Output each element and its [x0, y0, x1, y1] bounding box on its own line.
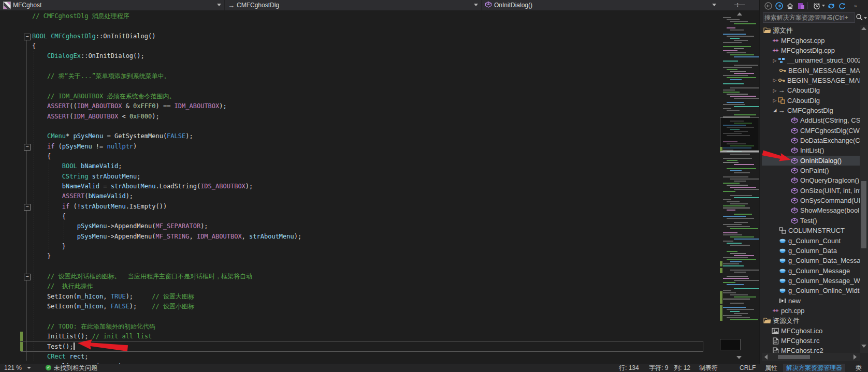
code-line[interactable]: CRect rect;	[32, 352, 88, 362]
tab-solution-explorer[interactable]: 解决方案资源管理器	[783, 364, 845, 372]
code-line[interactable]: if (pSysMenu != nullptr)	[32, 142, 137, 152]
pending-changes-filter-icon[interactable]	[812, 1, 821, 10]
code-line[interactable]: // 将“关于...”菜单项添加到系统菜单中。	[32, 71, 170, 81]
tree-item-test-[interactable]: Test()	[762, 216, 860, 226]
tree-item-g_column_data[interactable]: g_Column_Data	[762, 246, 860, 256]
health-check-icon[interactable]: ✓	[46, 365, 51, 370]
tree-item-caboutdlg[interactable]: ▷CAboutDlg	[762, 95, 860, 105]
tab-class-view[interactable]: 类视图	[852, 364, 868, 372]
tree-item-onquerydragicon-[interactable]: OnQueryDragIcon()	[762, 175, 860, 185]
collapse-minus-icon[interactable]: −	[24, 144, 31, 151]
tree-item-g_column_message_wi[interactable]: g_Column_Message_Wi	[762, 276, 860, 286]
eol-indicator[interactable]: CRLF	[740, 364, 756, 372]
tree-item-g_column_count[interactable]: g_Column_Count	[762, 235, 860, 245]
code-line[interactable]: bNameValid = strAboutMenu.LoadString(IDS…	[32, 182, 253, 191]
code-line[interactable]: {	[32, 152, 51, 161]
tabs-mode-indicator[interactable]: 制表符	[699, 364, 718, 372]
line-indicator[interactable]: 行: 134	[619, 364, 639, 372]
editor-minimap-scrollbar[interactable]: ↕	[720, 0, 759, 364]
collapse-minus-icon[interactable]: −	[24, 274, 31, 280]
switch-views-icon[interactable]	[796, 1, 805, 10]
home-icon[interactable]	[785, 1, 794, 10]
tree-item-dodataexchange-cd[interactable]: DoDataExchange(CD	[762, 136, 860, 145]
code-line[interactable]: CDialogEx::OnInitDialog();	[32, 51, 144, 61]
refresh-icon[interactable]	[837, 1, 847, 10]
zoom-level-selector[interactable]: 121 %	[4, 364, 22, 372]
code-line[interactable]: SetIcon(m_hIcon, FALSE); // 设置小图标	[32, 302, 194, 311]
code-line[interactable]: // CMFCghostDlg 消息处理程序	[32, 11, 129, 21]
code-line[interactable]: }	[32, 251, 51, 261]
expander-expanded-icon[interactable]: ◢	[772, 108, 777, 113]
chevron-down-icon[interactable]	[822, 5, 825, 7]
tab-properties[interactable]: 属性	[762, 364, 780, 372]
code-line[interactable]: ASSERT((IDM_ABOUTBOX & 0xFFF0) == IDM_AB…	[32, 101, 227, 111]
tree-item-oninitdialog-[interactable]: OnInitDialog()	[762, 156, 860, 166]
tree-item-mfcghostdlg.cpp[interactable]: ++MFCghostDlg.cpp	[762, 46, 860, 55]
scroll-up-icon[interactable]	[861, 27, 866, 30]
scroll-down-icon[interactable]	[736, 356, 742, 359]
tree-item-g_column_data_messag[interactable]: g_Column_Data_Messag	[762, 256, 860, 265]
tree-item--[interactable]: 源文件	[762, 25, 860, 35]
chevron-down-icon[interactable]	[474, 4, 478, 6]
expander-collapsed-icon[interactable]: ▷	[772, 98, 777, 103]
code-line[interactable]: CMenu* pSysMenu = GetSystemMenu(FALSE);	[32, 131, 193, 141]
chevron-down-icon[interactable]	[712, 4, 716, 6]
code-line[interactable]: BOOL CMFCghostDlg::OnInitDialog()	[32, 32, 155, 41]
code-line[interactable]: ASSERT(bNameValid);	[32, 191, 133, 201]
scroll-down-icon[interactable]	[861, 345, 866, 348]
code-line[interactable]: // 设置此对话框的图标。 当应用程序主窗口不是对话框时，框架将自动	[32, 272, 252, 281]
code-line[interactable]: // TODO: 在此添加额外的初始化代码	[32, 322, 155, 332]
expander-collapsed-icon[interactable]: ▷	[772, 88, 777, 93]
tree-item-cmfcghostdlg[interactable]: ◢→CMFCghostDlg	[762, 106, 860, 115]
tree-item-onpaint-[interactable]: OnPaint()	[762, 166, 860, 175]
tree-horizontal-scrollbar[interactable]	[762, 353, 860, 361]
code-editor[interactable]: −−−− // CMFCghostDlg 消息处理程序BOOL CMFCghos…	[0, 10, 720, 364]
code-line[interactable]: Test();	[32, 342, 73, 352]
tree-item-onsyscommand-uin[interactable]: OnSysCommand(UIN	[762, 196, 860, 205]
chevron-down-icon[interactable]	[217, 4, 221, 6]
class-dropdown[interactable]: → CMFCghostDlg	[225, 0, 482, 10]
back-icon[interactable]	[763, 1, 773, 10]
code-line[interactable]: BOOL bNameValid;	[32, 161, 122, 171]
scroll-left-icon[interactable]	[764, 354, 768, 360]
tree-item-new[interactable]: new	[762, 295, 860, 305]
char-indicator[interactable]: 字符: 9	[649, 364, 668, 372]
search-icon[interactable]	[856, 13, 863, 23]
tree-item-pch.cpp[interactable]: ++pch.cpp	[762, 306, 860, 316]
tree-vertical-scrollbar[interactable]	[860, 25, 868, 353]
column-indicator[interactable]: 列: 12	[674, 364, 690, 372]
search-options-chevron-icon[interactable]	[864, 17, 867, 19]
minimap-viewport-indicator[interactable]	[720, 117, 759, 153]
sync-with-active-document-icon[interactable]	[827, 1, 836, 10]
tree-item-cmfcghostdlg-cwn[interactable]: CMFCghostDlg(CWn	[762, 126, 860, 136]
code-line[interactable]: {	[32, 212, 66, 221]
collapse-minus-icon[interactable]: −	[24, 34, 31, 40]
tree-item--[interactable]: 资源文件	[762, 316, 860, 325]
code-line[interactable]: pSysMenu->AppendMenu(MF_SEPARATOR);	[32, 221, 208, 231]
collapse-minus-icon[interactable]: −	[24, 204, 31, 211]
tree-item-begin_message_map-[interactable]: ▷BEGIN_MESSAGE_MAP(	[762, 76, 860, 85]
tree-item-begin_message_map-[interactable]: BEGIN_MESSAGE_MAP(	[762, 65, 860, 75]
tree-item-mfcghost.rc2[interactable]: MFCghost.rc2	[762, 346, 860, 353]
scrollbar-thumb[interactable]	[861, 181, 866, 248]
tree-item-__unnamed_struct_0002[interactable]: ▷__unnamed_struct_0002	[762, 55, 860, 65]
code-line[interactable]: // 执行此操作	[32, 281, 93, 291]
forward-icon[interactable]	[774, 1, 784, 10]
tree-item-g_column_message[interactable]: g_Column_Message	[762, 265, 860, 275]
tree-item-addlist-cstring-cst[interactable]: AddList(CString, CSt	[762, 115, 860, 125]
expander-collapsed-icon[interactable]: ▷	[772, 78, 777, 83]
tree-item-columnstruct[interactable]: COLUMNSTRUCT	[762, 226, 860, 235]
scroll-up-icon[interactable]	[737, 12, 742, 16]
search-input[interactable]	[763, 12, 855, 23]
code-line[interactable]: // IDM_ABOUTBOX 必须在系统命令范围内。	[32, 92, 176, 101]
scroll-right-icon[interactable]	[853, 354, 857, 360]
code-line[interactable]: {	[32, 41, 36, 51]
tree-item-caboutdlg[interactable]: ▷→CAboutDlg	[762, 85, 860, 95]
tree-item-mfcghost.rc[interactable]: MFCghost.rc	[762, 336, 860, 346]
project-dropdown[interactable]: MFCghost	[0, 0, 225, 10]
tree-item-initlist-[interactable]: InitList()	[762, 145, 860, 155]
method-dropdown[interactable]: OnInitDialog()	[482, 0, 719, 10]
problems-message[interactable]: 未找到相关问题	[54, 364, 97, 372]
code-line[interactable]: CString strAboutMenu;	[32, 172, 141, 182]
code-line[interactable]: InitList(); // init all list	[32, 332, 152, 341]
